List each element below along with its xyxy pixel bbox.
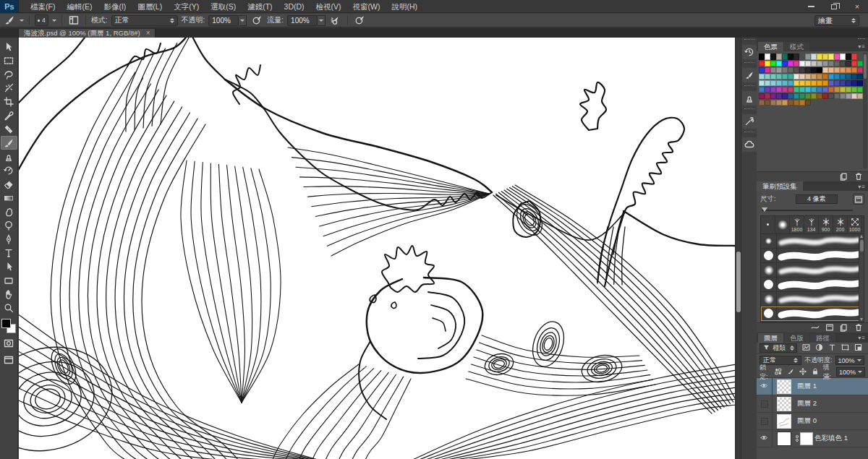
brush-size-slider[interactable] xyxy=(762,207,863,214)
layer-row-3[interactable]: 圖層 0 xyxy=(757,413,868,430)
color-swatch[interactable] xyxy=(799,100,805,106)
color-swatch[interactable] xyxy=(805,93,811,99)
rectangular-marquee-tool[interactable] xyxy=(1,53,17,67)
color-swatch[interactable] xyxy=(782,74,788,80)
layer-opacity-select[interactable]: 100% xyxy=(835,356,864,365)
hand-tool[interactable] xyxy=(1,287,17,301)
color-swatch[interactable] xyxy=(817,53,822,60)
color-swatch[interactable] xyxy=(811,74,817,80)
layer-thumbnail[interactable] xyxy=(777,414,791,429)
color-swatch[interactable] xyxy=(817,61,822,67)
lock-transparent-icon[interactable] xyxy=(774,367,783,377)
color-swatch[interactable] xyxy=(851,61,857,67)
color-swatch[interactable] xyxy=(851,67,857,73)
color-swatch[interactable] xyxy=(834,61,840,67)
brush-panel-icon[interactable] xyxy=(742,68,757,82)
layer-mask-thumbnail[interactable] xyxy=(800,432,813,445)
color-swatch[interactable] xyxy=(846,74,851,80)
color-swatch[interactable] xyxy=(805,100,811,106)
brush-tip-round-1[interactable] xyxy=(775,216,790,233)
color-swatch[interactable] xyxy=(857,61,863,67)
color-swatch[interactable] xyxy=(834,93,840,99)
color-swatch[interactable] xyxy=(776,74,782,80)
color-swatch[interactable] xyxy=(765,87,770,93)
magic-wand-tool[interactable] xyxy=(1,81,17,95)
clone-stamp-tool[interactable] xyxy=(1,150,17,163)
color-swatch[interactable] xyxy=(788,87,793,93)
color-swatch[interactable] xyxy=(811,53,817,60)
quick-mask-button[interactable] xyxy=(1,336,17,350)
brush-list-scrollbar[interactable] xyxy=(859,234,864,322)
brush-preset-row-1[interactable] xyxy=(761,234,864,249)
tool-presets-panel-icon[interactable] xyxy=(742,114,757,129)
layer-filter-select[interactable]: 種類 xyxy=(760,343,797,353)
menu-7[interactable]: 濾鏡(T) xyxy=(242,0,278,13)
menu-5[interactable]: 文字(Y) xyxy=(168,0,205,13)
brush-panel-menu-icon[interactable]: ▾≡ xyxy=(858,184,866,190)
color-swatch[interactable] xyxy=(770,87,776,93)
move-tool[interactable] xyxy=(1,40,17,53)
brush-tool-preview-icon[interactable] xyxy=(3,14,16,26)
gradient-tool[interactable] xyxy=(1,191,17,205)
slider-thumb[interactable] xyxy=(762,207,767,212)
spot-healing-brush-tool[interactable] xyxy=(1,122,17,136)
color-swatch[interactable] xyxy=(811,93,817,99)
menu-4[interactable]: 圖層(L) xyxy=(132,0,168,13)
color-swatch[interactable] xyxy=(834,80,840,86)
fill-layer-thumbnail[interactable] xyxy=(777,432,791,446)
color-swatch[interactable] xyxy=(834,74,840,80)
brush-tip-200[interactable]: 200 xyxy=(833,216,848,233)
color-swatch[interactable] xyxy=(840,87,846,93)
canvas-vertical-scrollbar[interactable] xyxy=(735,38,741,459)
color-swatch[interactable] xyxy=(805,53,811,60)
menu-8[interactable]: 3D(D) xyxy=(278,0,310,13)
color-swatch[interactable] xyxy=(782,100,788,106)
tab-close-icon[interactable]: × xyxy=(146,30,150,37)
color-swatch[interactable] xyxy=(840,93,846,99)
filter-shape-icon[interactable] xyxy=(841,343,850,353)
menu-9[interactable]: 檢視(V) xyxy=(310,0,347,13)
color-swatch[interactable] xyxy=(840,74,846,80)
color-swatch[interactable] xyxy=(828,61,834,67)
crop-tool[interactable] xyxy=(1,95,17,108)
pressure-opacity-icon[interactable] xyxy=(250,14,263,26)
brush-tip-1800[interactable]: 1800 xyxy=(790,216,804,233)
color-swatch[interactable] xyxy=(811,87,817,93)
color-swatch[interactable] xyxy=(788,53,793,60)
color-swatch[interactable] xyxy=(770,80,776,86)
color-swatch[interactable] xyxy=(782,67,788,73)
color-swatch[interactable] xyxy=(817,93,822,99)
color-swatch[interactable] xyxy=(788,74,793,80)
color-swatch[interactable] xyxy=(793,74,799,80)
foreground-color-swatch[interactable] xyxy=(1,319,11,328)
brush-preset-row-5[interactable] xyxy=(761,292,864,306)
color-swatch[interactable] xyxy=(846,67,851,73)
color-swatch[interactable] xyxy=(805,80,811,86)
color-swatch[interactable] xyxy=(851,93,857,99)
color-swatch[interactable] xyxy=(793,93,799,99)
color-swatch[interactable] xyxy=(851,53,857,60)
color-swatch[interactable] xyxy=(828,74,834,80)
color-swatch[interactable] xyxy=(788,93,793,99)
pressure-size-icon[interactable] xyxy=(353,14,366,26)
color-swatch[interactable] xyxy=(834,87,840,93)
color-swatch[interactable] xyxy=(805,67,811,73)
color-swatch[interactable] xyxy=(770,100,776,106)
layers-tab-色版[interactable]: 色版 xyxy=(784,333,809,343)
layer-mask-link-icon[interactable] xyxy=(796,435,799,442)
color-swatch[interactable] xyxy=(776,93,782,99)
color-swatch[interactable] xyxy=(805,61,811,67)
color-swatch[interactable] xyxy=(759,61,765,67)
color-swatch[interactable] xyxy=(828,53,834,60)
color-swatch[interactable] xyxy=(857,80,863,86)
color-swatch[interactable] xyxy=(788,80,793,86)
brush-picker-caret[interactable] xyxy=(52,20,56,22)
color-swatch[interactable] xyxy=(805,87,811,93)
path-selection-tool[interactable] xyxy=(1,259,17,273)
lock-all-icon[interactable] xyxy=(811,367,820,377)
color-swatch[interactable] xyxy=(817,67,822,73)
close-button[interactable]: × xyxy=(851,2,864,11)
color-swatch[interactable] xyxy=(846,87,851,93)
color-swatch[interactable] xyxy=(799,74,805,80)
filter-adjust-icon[interactable] xyxy=(814,343,824,353)
